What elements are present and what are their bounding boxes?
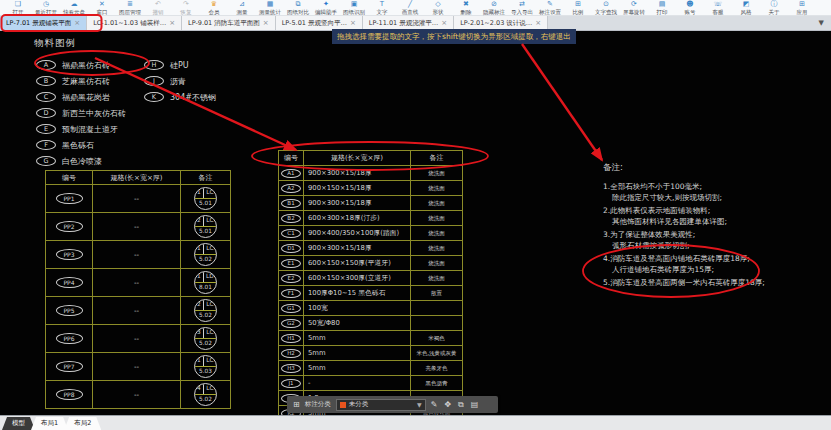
table-cell-remark: 烧洗面	[411, 241, 463, 256]
toolbar-button-style[interactable]: ◩风格	[732, 1, 760, 15]
table-cell-remark: 4LC5.02	[181, 381, 231, 409]
toolbar-button-cloud-drive[interactable]: ☁快看云盘	[60, 1, 88, 15]
toolbar-button-delete[interactable]: ✖删除	[452, 1, 480, 15]
close-icon[interactable]: ×	[350, 19, 356, 27]
toolbar-button-layer-manager[interactable]: ≣图层管理	[116, 1, 144, 15]
toolbar-button-about[interactable]: ⓘ关于	[760, 1, 788, 15]
close-icon[interactable]: ×	[263, 19, 269, 27]
toolbar-button-drawing-recognize[interactable]: ▣图纸识别	[340, 1, 368, 15]
toolbar-button-support[interactable]: ☏客服	[704, 1, 732, 15]
sheet-tab-0[interactable]: 模型	[2, 417, 35, 430]
toolbar-button-recent-files[interactable]: ◷最近打开	[32, 1, 60, 15]
table-cell-code: PP5	[46, 297, 93, 325]
close-icon[interactable]: ×	[535, 19, 541, 27]
copy-icon[interactable]: ⧉	[458, 400, 464, 410]
material-code-bubble: G1	[281, 304, 301, 313]
close-icon[interactable]: ×	[441, 19, 447, 27]
table-cell-spec: 900×300×15/18厚	[304, 241, 411, 256]
toolbar-button-account[interactable]: ☻账号	[676, 1, 704, 15]
table-cell-spec: 5mm	[304, 346, 411, 361]
table-cell-code: C1	[279, 226, 304, 241]
toolbar-button-measure[interactable]: ⊿测量	[228, 1, 256, 15]
toolbar-button-redo[interactable]: ↷恢复	[172, 1, 200, 15]
close-icon[interactable]: ×	[74, 19, 80, 27]
toolbar-button-undo[interactable]: ↶撤销	[144, 1, 172, 15]
toolbar-button-measure-stats[interactable]: ▦测量统计	[256, 1, 284, 15]
toolbar-button-vip-member[interactable]: ♛会员	[200, 1, 228, 15]
material-code-bubble: G2	[281, 319, 301, 328]
table-cell-spec: --	[93, 241, 181, 269]
close-icon[interactable]: ×	[169, 19, 175, 27]
paste-icon[interactable]: ▤	[471, 400, 479, 409]
toolbar-button-print[interactable]: ▤打印	[648, 1, 676, 15]
toolbar-button-drawing-compare[interactable]: ⧉图纸对比	[284, 1, 312, 15]
detail-sheet: 5.02	[195, 394, 216, 405]
toolbar-button-edit-assistant[interactable]: ✦编辑助手	[312, 1, 340, 15]
toolbar-button-hide-annotations[interactable]: ⊘隐藏标注	[480, 1, 508, 15]
document-tab-5[interactable]: LP-2.01~2.03 设计说…×	[454, 16, 548, 30]
detail-album: LC	[204, 300, 216, 310]
document-tab-1[interactable]: LC-1.01~1.03 铺装样…×	[87, 16, 182, 30]
table-cell-remark: 烧洗面	[411, 256, 463, 271]
detail-sheet: 5.01	[195, 226, 216, 237]
table-cell-code: PP1	[46, 185, 93, 213]
material-code-bubble: H3	[281, 364, 301, 373]
table-cell-spec: 5mm	[304, 331, 411, 346]
document-tab-4[interactable]: LP-11.01 景观浇灌平…×	[363, 16, 454, 30]
main-toolbar: ❏打开◷最近打开☁快看云盘✕窗口≣图层管理↶撤销↷恢复♛会员⊿测量▦测量统计⧉图…	[0, 0, 831, 16]
legend-column-2: H硅PUJ沥青K304#不锈钢	[144, 57, 216, 105]
document-tab-3[interactable]: LP-5.01 景观竖向平…×	[276, 16, 363, 30]
drawing-canvas[interactable]: 物料图例 A福鼎黑仿石砖B芝麻黑仿石砖C福鼎黑花岗岩D新西兰中灰仿石砖E预制混凝…	[0, 31, 831, 415]
table-cell-remark: 1LD8.01	[181, 269, 231, 297]
legend-code-bubble: D	[36, 108, 56, 118]
table-cell-code: B1	[279, 196, 304, 211]
material-code-bubble: D1	[281, 244, 301, 253]
table-cell-spec: --	[93, 325, 181, 353]
legend-code-bubble: B	[36, 76, 56, 86]
print-icon: ▤	[659, 1, 666, 8]
edit-icon[interactable]: ✎	[431, 400, 438, 409]
toolbar-button-text-tool[interactable]: T文字	[368, 1, 396, 15]
toolbar-button-line-tool[interactable]: ╱画直线	[396, 1, 424, 15]
sheet-tab-1[interactable]: 布局1	[31, 417, 68, 430]
detail-reference-bubble: 1LD8.01	[194, 271, 217, 294]
move-icon[interactable]: ✥	[444, 400, 451, 409]
category-dropdown[interactable]: 未分类 ▼	[336, 399, 426, 411]
toolbar-button-window[interactable]: ✕窗口	[88, 1, 116, 15]
note-line: 2.此物料表仅表示地面铺装物料;	[603, 205, 828, 216]
toolbar-button-screen-rotate[interactable]: ⟳屏幕旋转	[620, 1, 648, 15]
apps-icon: ⊞	[799, 1, 805, 8]
sheet-tab-2[interactable]: 布局2	[64, 417, 101, 430]
table-cell-remark: 1LC5.03	[181, 353, 231, 381]
detail-reference-bubble: 1LC5.03	[194, 355, 217, 378]
detail-reference-bubble: 3LC5.02	[194, 327, 217, 350]
note-line: 3.为了保证整体效果美观性;	[603, 229, 828, 240]
chevron-down-icon: ▼	[417, 401, 422, 408]
note-line: 5.消防车道及登高面两侧一米内石英砖厚度18厚;	[603, 277, 828, 288]
toolbar-button-import-export[interactable]: ⇄导入导出	[508, 1, 536, 15]
table-cell-spec: --	[93, 185, 181, 213]
toolbar-button-shape-tool[interactable]: ◇形状	[424, 1, 452, 15]
pp-code-bubble: PP1	[56, 193, 83, 204]
toolbar-button-open-file[interactable]: ❏打开	[4, 1, 32, 15]
grid-icon[interactable]: ⊞	[293, 400, 300, 409]
detail-album: LD	[204, 272, 216, 282]
toolbar-button-text-search[interactable]: ⊙文字查找	[592, 1, 620, 15]
legend-item: F黑色砾石	[36, 137, 126, 153]
toolbar-button-apps[interactable]: ⊞应用	[788, 1, 816, 15]
table-cell-code: E2	[279, 271, 304, 286]
column-header: 备注	[181, 171, 231, 185]
chevron-down-icon[interactable]: ▼	[819, 19, 831, 27]
note-item: 2.此物料表仅表示地面铺装物料;其他饰面材料详见各园建单体详图;	[603, 205, 828, 227]
note-line: 4.消防车道及登高面内铺地石类砖厚度18厚;	[603, 253, 828, 264]
table-cell-code: PP6	[46, 325, 93, 353]
annotation-settings-icon: ✎	[547, 1, 553, 8]
pp-code-bubble: PP6	[56, 333, 83, 344]
document-tab-0[interactable]: LP-7.01 景观铺装平面×	[0, 16, 87, 30]
toolbar-button-scale[interactable]: ⊞比例	[564, 1, 592, 15]
document-tab-2[interactable]: LP-9.01 消防车道平面图×	[182, 16, 276, 30]
toolbar-button-annotation-settings[interactable]: ✎标注设置	[536, 1, 564, 15]
table-cell-code: PP8	[46, 381, 93, 409]
material-code-bubble: H1	[281, 334, 301, 343]
table-cell-spec: 900×300×15/18厚	[304, 196, 411, 211]
